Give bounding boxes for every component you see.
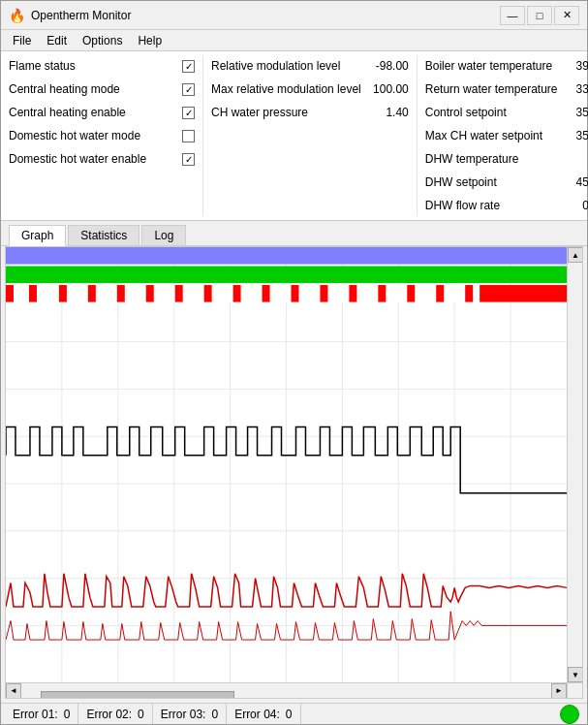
app-icon: 🔥	[9, 8, 25, 23]
vertical-scrollbar[interactable]: ▲ ▼	[567, 247, 582, 682]
svg-rect-22	[29, 285, 37, 302]
list-item: DHW temperature	[425, 148, 588, 170]
error04-item: Error 04: 0	[227, 704, 300, 724]
scroll-track-vertical[interactable]	[568, 263, 582, 667]
ch-mode-label: Central heating mode	[9, 82, 178, 96]
close-button[interactable]: ✕	[554, 6, 579, 25]
dhw-mode-checkbox[interactable]	[182, 130, 195, 142]
dhw-setpoint-value: 45.00	[561, 175, 588, 189]
svg-rect-36	[436, 285, 444, 302]
list-item: Central heating mode	[9, 79, 195, 100]
error01-item: Error 01: 0	[5, 704, 78, 724]
tab-bar: Graph Statistics Log	[1, 221, 587, 246]
graph-svg	[6, 247, 567, 682]
list-item: Control setpoint 35.00	[425, 102, 588, 123]
svg-rect-38	[480, 285, 567, 302]
svg-rect-27	[175, 285, 183, 302]
menubar: File Edit Options Help	[1, 30, 587, 51]
error03-item: Error 03: 0	[153, 704, 227, 724]
dhw-temp-label: DHW temperature	[425, 152, 558, 166]
right-panel: Boiler water temperature 39.00 Return wa…	[417, 55, 588, 216]
svg-rect-33	[349, 285, 356, 302]
titlebar-left: 🔥 Opentherm Monitor	[9, 8, 131, 23]
tab-statistics[interactable]: Statistics	[68, 225, 139, 245]
boiler-temp-value: 39.00	[561, 59, 588, 73]
svg-rect-35	[407, 285, 415, 302]
list-item: Relative modulation level -98.00	[211, 55, 409, 77]
list-item: Boiler water temperature 39.00	[425, 55, 588, 77]
ch-pressure-label: CH water pressure	[211, 106, 361, 119]
list-item: CH water pressure 1.40	[211, 102, 409, 123]
rel-mod-label: Relative modulation level	[211, 59, 361, 73]
ch-enable-label: Central heating enable	[9, 106, 178, 119]
svg-rect-37	[465, 285, 473, 302]
flame-status-checkbox[interactable]	[182, 60, 195, 73]
return-temp-label: Return water temperature	[425, 82, 558, 96]
svg-rect-25	[117, 285, 125, 302]
tab-graph[interactable]: Graph	[9, 225, 66, 246]
horizontal-scrollbar[interactable]: ◄ ►	[6, 682, 567, 698]
error01-value: 0	[64, 708, 71, 721]
max-ch-setpoint-value: 35.00	[561, 129, 588, 142]
list-item: Domestic hot water mode	[9, 125, 195, 146]
list-item: DHW setpoint 45.00	[425, 172, 588, 193]
list-item: DHW flow rate 0.00	[425, 195, 588, 216]
max-ch-setpoint-label: Max CH water setpoint	[425, 129, 558, 142]
list-item: Domestic hot water enable	[9, 148, 195, 170]
svg-rect-19	[6, 267, 567, 284]
dhw-enable-checkbox[interactable]	[182, 153, 195, 166]
connection-status-icon	[560, 705, 579, 724]
error01-label: Error 01:	[13, 708, 58, 721]
main-window: 🔥 Opentherm Monitor — □ ✕ File Edit Opti…	[0, 0, 588, 725]
svg-rect-34	[378, 285, 386, 302]
list-item: Return water temperature 33.00	[425, 79, 588, 100]
max-rel-mod-label: Max relative modulation level	[211, 82, 361, 96]
svg-rect-31	[291, 285, 298, 302]
status-bar: Error 01: 0 Error 02: 0 Error 03: 0 Erro…	[1, 703, 587, 724]
window-title: Opentherm Monitor	[31, 9, 131, 22]
list-item: Max CH water setpoint 35.00	[425, 125, 588, 146]
scroll-right-button[interactable]: ►	[551, 683, 567, 699]
ch-enable-checkbox[interactable]	[182, 107, 195, 119]
error02-item: Error 02: 0	[78, 704, 152, 724]
svg-rect-24	[88, 285, 96, 302]
error03-label: Error 03:	[161, 708, 206, 721]
error04-label: Error 04:	[234, 708, 280, 721]
left-panel: Flame status Central heating mode Centra…	[9, 55, 202, 216]
boiler-temp-label: Boiler water temperature	[425, 59, 558, 73]
error03-value: 0	[211, 708, 218, 721]
dhw-mode-label: Domestic hot water mode	[9, 129, 178, 142]
dhw-enable-label: Domestic hot water enable	[9, 152, 178, 166]
ch-pressure-value: 1.40	[365, 106, 409, 119]
svg-rect-23	[59, 285, 67, 302]
graph-inner	[6, 247, 567, 682]
scroll-down-button[interactable]: ▼	[568, 667, 582, 682]
titlebar: 🔥 Opentherm Monitor — □ ✕	[1, 1, 587, 30]
dhw-setpoint-label: DHW setpoint	[425, 175, 558, 189]
center-panel: Relative modulation level -98.00 Max rel…	[202, 55, 417, 216]
ch-mode-checkbox[interactable]	[182, 83, 195, 96]
menu-options[interactable]: Options	[75, 32, 130, 49]
info-panel: Flame status Central heating mode Centra…	[1, 51, 587, 221]
maximize-button[interactable]: □	[527, 6, 552, 25]
svg-rect-18	[6, 247, 567, 265]
dhw-flow-label: DHW flow rate	[425, 199, 558, 212]
menu-edit[interactable]: Edit	[39, 32, 75, 49]
tab-log[interactable]: Log	[141, 225, 186, 245]
max-rel-mod-value: 100.00	[365, 82, 409, 96]
svg-rect-29	[233, 285, 241, 302]
scroll-left-button[interactable]: ◄	[6, 683, 21, 699]
titlebar-buttons: — □ ✕	[500, 6, 579, 25]
error02-value: 0	[138, 708, 144, 721]
scroll-thumb-horizontal[interactable]	[41, 691, 234, 699]
error04-value: 0	[286, 708, 293, 721]
dhw-flow-value: 0.00	[561, 199, 588, 212]
list-item: Flame status	[9, 55, 195, 77]
svg-rect-32	[320, 285, 327, 302]
minimize-button[interactable]: —	[500, 6, 525, 25]
menu-help[interactable]: Help	[130, 32, 170, 49]
rel-mod-value: -98.00	[365, 59, 409, 73]
svg-rect-30	[263, 285, 270, 302]
menu-file[interactable]: File	[5, 32, 39, 49]
scroll-up-button[interactable]: ▲	[568, 247, 582, 263]
